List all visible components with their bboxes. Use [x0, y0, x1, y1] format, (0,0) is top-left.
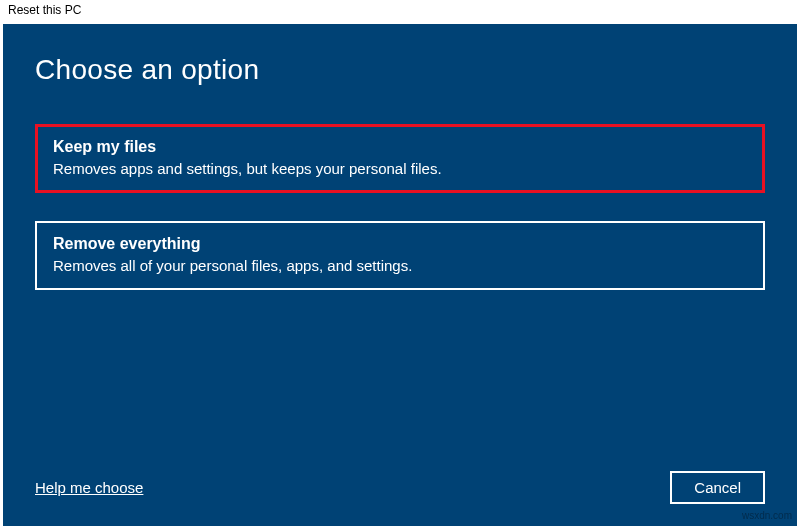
cancel-button[interactable]: Cancel: [670, 471, 765, 504]
page-title: Choose an option: [35, 54, 765, 86]
option-keep-desc: Removes apps and settings, but keeps you…: [53, 160, 747, 177]
reset-dialog: Choose an option Keep my files Removes a…: [3, 24, 797, 526]
watermark: wsxdn.com: [742, 510, 792, 521]
window-title: Reset this PC: [0, 0, 800, 24]
help-me-choose-link[interactable]: Help me choose: [35, 479, 143, 496]
option-keep-my-files[interactable]: Keep my files Removes apps and settings,…: [35, 124, 765, 193]
option-keep-title: Keep my files: [53, 138, 747, 156]
option-remove-title: Remove everything: [53, 235, 747, 253]
dialog-footer: Help me choose Cancel: [35, 471, 765, 504]
option-remove-desc: Removes all of your personal files, apps…: [53, 257, 747, 274]
option-remove-everything[interactable]: Remove everything Removes all of your pe…: [35, 221, 765, 290]
